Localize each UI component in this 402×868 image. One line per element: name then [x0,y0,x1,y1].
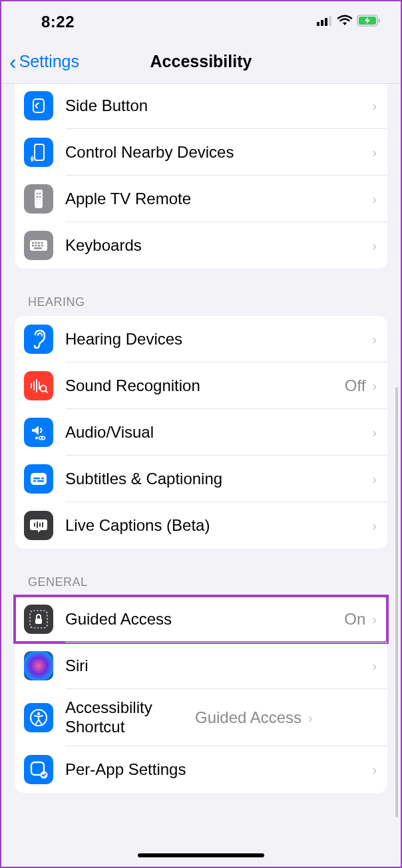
row-label: Subtitles & Captioning [65,470,372,488]
chevron-right-icon: › [372,332,377,347]
row-control-nearby[interactable]: Control Nearby Devices › [15,129,387,176]
group-physical: Side Button › Control Nearby Devices › A… [15,82,387,269]
accessibility-shortcut-icon [24,703,53,732]
row-sound-recognition[interactable]: Sound Recognition Off › [15,362,387,409]
hearing-devices-icon [24,325,53,354]
chevron-right-icon: › [372,518,377,533]
svg-rect-21 [38,245,40,247]
row-subtitles[interactable]: Subtitles & Captioning › [15,456,387,502]
svg-rect-34 [33,478,40,480]
svg-rect-43 [35,619,42,624]
row-value: Off [345,376,366,395]
row-audio-visual[interactable]: Audio/Visual › [15,409,387,456]
row-guided-access[interactable]: Guided Access On › [15,596,387,643]
battery-icon [357,15,381,29]
audio-visual-icon [24,418,53,447]
svg-point-30 [35,437,38,440]
svg-rect-9 [35,190,43,208]
siri-icon [24,651,53,680]
row-keyboards[interactable]: Keyboards › [15,222,387,269]
svg-point-13 [39,196,41,198]
svg-point-45 [37,712,40,715]
status-bar: 8:22 [1,1,401,40]
svg-rect-0 [317,22,319,26]
row-accessibility-shortcut[interactable]: Accessibility Shortcut Guided Access › [15,689,387,746]
chevron-left-icon: ‹ [9,51,17,72]
svg-line-29 [46,391,48,393]
page-title: Accessibility [150,52,252,71]
chevron-right-icon: › [372,658,377,674]
svg-rect-18 [41,242,43,244]
group-hearing: Hearing Devices › Sound Recognition Off … [15,316,387,549]
row-live-captions[interactable]: Live Captions (Beta) › [15,502,387,549]
live-captions-icon [24,511,53,540]
per-app-settings-icon [24,755,53,784]
cellular-icon [317,15,333,29]
chevron-right-icon: › [308,710,313,726]
svg-point-11 [39,193,41,195]
row-label: Hearing Devices [65,330,372,349]
chevron-right-icon: › [372,378,377,394]
svg-rect-20 [35,245,37,247]
svg-rect-22 [41,245,43,247]
row-hearing-devices[interactable]: Hearing Devices › [15,316,387,362]
apple-tv-remote-icon [24,184,53,214]
row-per-app-settings[interactable]: Per-App Settings › [15,746,387,793]
svg-rect-35 [41,478,44,480]
scrollbar[interactable] [395,387,398,817]
row-apple-tv-remote[interactable]: Apple TV Remote › [15,176,387,222]
section-header-general: General [1,549,401,596]
chevron-right-icon: › [372,192,377,207]
status-indicators [317,15,381,29]
home-indicator[interactable] [138,853,264,857]
content: Side Button › Control Nearby Devices › A… [1,82,401,853]
svg-rect-2 [325,18,327,26]
nav-bar: ‹ Settings Accessibility [1,40,401,84]
row-label: Accessibility Shortcut [65,694,195,741]
row-label: Sound Recognition [65,376,345,395]
svg-rect-15 [32,242,34,244]
subtitles-icon [24,464,53,494]
row-label: Apple TV Remote [65,190,372,208]
svg-rect-17 [38,242,40,244]
group-general: Guided Access On › Siri › Accessibility … [15,596,387,793]
svg-point-10 [37,193,39,195]
svg-rect-6 [379,19,381,23]
chevron-right-icon: › [372,238,377,253]
row-label: Per-App Settings [65,760,372,779]
chevron-right-icon: › [372,472,377,487]
guided-access-icon [24,605,53,634]
wifi-icon [337,15,353,29]
row-value: Guided Access [195,708,302,727]
back-button[interactable]: ‹ Settings [9,51,79,72]
row-label: Side Button [65,96,372,115]
svg-rect-16 [35,242,37,244]
chevron-right-icon: › [372,425,377,440]
chevron-right-icon: › [372,762,377,778]
row-label: Audio/Visual [65,423,372,442]
row-label: Control Nearby Devices [65,143,372,162]
svg-point-12 [37,196,39,198]
svg-rect-36 [33,480,36,482]
svg-rect-1 [321,20,323,26]
svg-rect-23 [34,247,42,249]
chevron-right-icon: › [372,145,377,160]
svg-point-32 [41,437,43,439]
chevron-right-icon: › [372,612,377,627]
keyboards-icon [24,231,53,260]
section-header-hearing: Hearing [1,269,401,316]
row-label: Keyboards [65,236,372,255]
row-side-button[interactable]: Side Button › [15,82,387,129]
status-time: 8:22 [41,13,75,31]
svg-rect-19 [32,245,34,247]
row-label: Live Captions (Beta) [65,516,372,535]
chevron-right-icon: › [372,98,377,114]
row-label: Guided Access [65,610,344,629]
row-siri[interactable]: Siri › [15,643,387,689]
sound-recognition-icon [24,371,53,400]
back-label: Settings [19,52,79,71]
svg-rect-3 [329,16,331,26]
row-value: On [344,610,365,629]
row-label: Siri [65,656,372,675]
side-button-icon [24,91,53,120]
